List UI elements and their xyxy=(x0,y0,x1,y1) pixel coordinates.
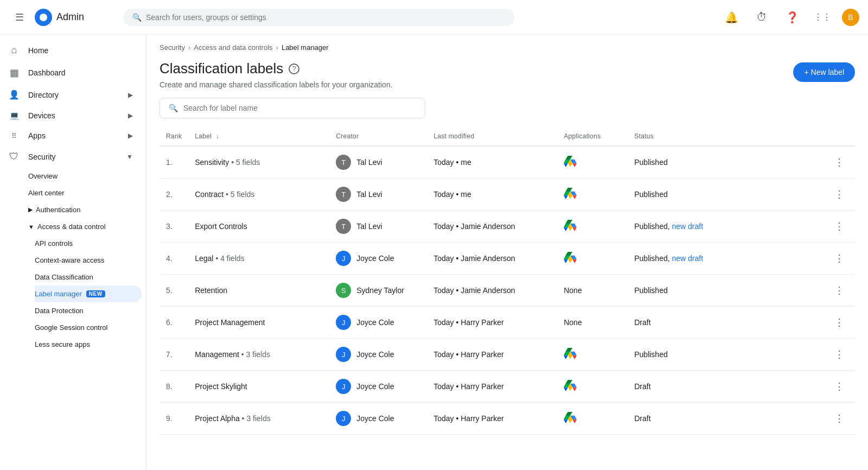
cell-modified: Today • me xyxy=(427,179,557,211)
global-search[interactable]: 🔍 xyxy=(124,9,514,26)
cell-rank: 3. xyxy=(159,211,188,243)
security-subitems: Overview Alert center ▶ Authentication ▼… xyxy=(0,168,146,353)
drive-icon xyxy=(564,412,577,423)
cell-more[interactable]: ⋮ xyxy=(824,275,855,307)
cell-status: Published xyxy=(628,146,824,179)
apps-grid-button[interactable]: ⋮⋮ xyxy=(812,7,833,28)
user-avatar[interactable]: B xyxy=(842,9,859,26)
notifications-button[interactable]: 🔔 xyxy=(720,7,742,28)
sidebar-item-data-protection[interactable]: Data Protection xyxy=(35,302,142,319)
help-button[interactable]: ❓ xyxy=(781,7,803,28)
more-options-button[interactable]: ⋮ xyxy=(830,378,848,395)
cell-more[interactable]: ⋮ xyxy=(824,243,855,275)
devices-icon: 💻 xyxy=(9,111,20,120)
creator-avatar: J xyxy=(336,379,351,394)
breadcrumb-access-data[interactable]: Access and data controls xyxy=(194,43,272,52)
more-options-button[interactable]: ⋮ xyxy=(830,218,848,234)
col-applications: Applications xyxy=(557,127,628,146)
access-data-subitems: API controls Context-aware access Data C… xyxy=(28,235,146,353)
devices-expand-icon: ▶ xyxy=(128,112,133,119)
cell-more[interactable]: ⋮ xyxy=(824,339,855,371)
table-row: 6. Project Management J Joyce Cole Today… xyxy=(159,307,855,339)
cell-rank: 4. xyxy=(159,243,188,275)
table-header-row: Rank Label ↓ Creator Last modified Appli… xyxy=(159,127,855,146)
creator-avatar: T xyxy=(336,219,351,234)
more-options-button[interactable]: ⋮ xyxy=(830,186,848,202)
topbar: ☰ Admin 🔍 🔔 ⏱ ❓ ⋮⋮ B xyxy=(0,0,868,35)
label-search[interactable]: 🔍 xyxy=(159,98,855,118)
sidebar-item-less-secure[interactable]: Less secure apps xyxy=(35,336,142,353)
sidebar-item-overview[interactable]: Overview xyxy=(28,168,142,185)
cell-label: Sensitivity • 5 fields xyxy=(188,146,329,179)
cell-more[interactable]: ⋮ xyxy=(824,146,855,179)
more-options-button[interactable]: ⋮ xyxy=(830,410,848,427)
sidebar-item-access-data-control[interactable]: ▼ Access & data control xyxy=(28,218,142,235)
table-row: 9. Project Alpha • 3 fields J Joyce Cole… xyxy=(159,403,855,435)
help-icon[interactable]: ? xyxy=(289,63,299,74)
col-actions xyxy=(824,127,855,146)
cell-more[interactable]: ⋮ xyxy=(824,307,855,339)
label-search-icon: 🔍 xyxy=(169,104,178,112)
sidebar-item-security[interactable]: 🛡 Security ▼ xyxy=(0,145,142,168)
breadcrumb: Security › Access and data controls › La… xyxy=(146,35,868,56)
label-search-box[interactable]: 🔍 xyxy=(159,98,425,118)
new-label-button[interactable]: + New label xyxy=(793,62,855,82)
cell-rank: 7. xyxy=(159,339,188,371)
cell-label: Project Skylight xyxy=(188,371,329,403)
sidebar-item-directory-label: Directory xyxy=(28,91,59,99)
access-data-expand-icon: ▼ xyxy=(28,224,34,230)
creator-name: Joyce Cole xyxy=(356,350,394,359)
global-search-input[interactable] xyxy=(146,13,506,22)
label-sort-icon: ↓ xyxy=(216,132,219,140)
sidebar-item-devices-label: Devices xyxy=(28,111,55,120)
sidebar-item-api-controls[interactable]: API controls xyxy=(35,235,142,252)
cell-more[interactable]: ⋮ xyxy=(824,211,855,243)
cell-label: Retention xyxy=(188,275,329,307)
cell-status: Draft xyxy=(628,307,824,339)
more-options-button[interactable]: ⋮ xyxy=(830,346,848,363)
global-search-box[interactable]: 🔍 xyxy=(124,9,514,26)
cell-more[interactable]: ⋮ xyxy=(824,179,855,211)
cell-status: Draft xyxy=(628,403,824,435)
sidebar-item-alert-center[interactable]: Alert center xyxy=(28,185,142,201)
col-label[interactable]: Label ↓ xyxy=(188,127,329,146)
sidebar-item-label-manager[interactable]: Label manager NEW xyxy=(35,285,142,302)
sidebar-item-apps[interactable]: ⠿ Apps ▶ xyxy=(0,126,142,145)
cell-applications xyxy=(557,211,628,243)
sidebar-item-directory[interactable]: 👤 Directory ▶ xyxy=(0,84,142,105)
sidebar-item-context-aware[interactable]: Context-aware access xyxy=(35,252,142,269)
label-search-input[interactable] xyxy=(183,104,416,112)
cell-more[interactable]: ⋮ xyxy=(824,371,855,403)
more-options-button[interactable]: ⋮ xyxy=(830,314,848,331)
creator-name: Tal Levi xyxy=(356,222,382,231)
cell-creator: J Joyce Cole xyxy=(329,307,427,339)
authentication-label: Authentication xyxy=(36,206,80,214)
cell-applications: None xyxy=(557,307,628,339)
timer-button[interactable]: ⏱ xyxy=(751,7,773,28)
sidebar-item-google-session[interactable]: Google Session control xyxy=(35,319,142,336)
directory-expand-icon: ▶ xyxy=(128,91,133,99)
sidebar-item-authentication[interactable]: ▶ Authentication xyxy=(28,201,142,218)
breadcrumb-sep-1: › xyxy=(188,43,190,52)
sidebar-item-dashboard[interactable]: ▦ Dashboard xyxy=(0,61,142,84)
cell-creator: T Tal Levi xyxy=(329,211,427,243)
more-options-button[interactable]: ⋮ xyxy=(830,282,848,298)
breadcrumb-security[interactable]: Security xyxy=(159,43,185,52)
cell-creator: T Tal Levi xyxy=(329,146,427,179)
creator-name: Sydney Taylor xyxy=(356,286,404,295)
sidebar-item-home[interactable]: ⌂ Home xyxy=(0,39,142,61)
col-creator: Creator xyxy=(329,127,427,146)
hamburger-menu-button[interactable]: ☰ xyxy=(9,7,30,28)
page-title: Classification labels ? xyxy=(159,60,393,77)
creator-name: Tal Levi xyxy=(356,158,382,167)
more-options-button[interactable]: ⋮ xyxy=(830,250,848,266)
cell-more[interactable]: ⋮ xyxy=(824,403,855,435)
sidebar-item-devices[interactable]: 💻 Devices ▶ xyxy=(0,105,142,126)
sidebar-item-data-classification[interactable]: Data Classification xyxy=(35,269,142,285)
cell-applications xyxy=(557,179,628,211)
cell-label: Project Management xyxy=(188,307,329,339)
creator-avatar: J xyxy=(336,347,351,362)
security-expand-icon: ▼ xyxy=(126,153,133,161)
table-row: 2. Contract • 5 fields T Tal Levi Today … xyxy=(159,179,855,211)
more-options-button[interactable]: ⋮ xyxy=(830,154,848,170)
